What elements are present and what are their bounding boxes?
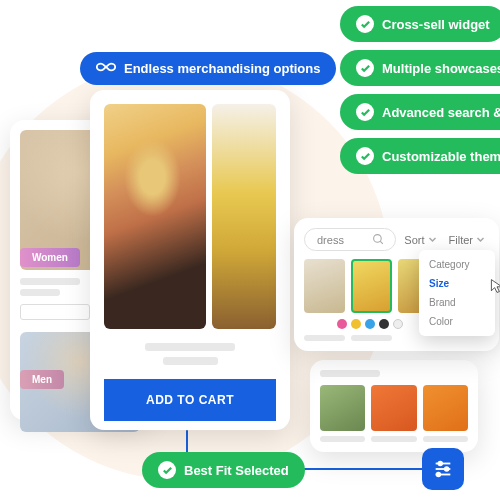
filter-panel: dress Sort Filter — [294, 218, 499, 351]
svg-point-2 — [438, 462, 442, 466]
category-tag-women[interactable]: Women — [20, 248, 80, 267]
check-icon — [356, 103, 374, 121]
filter-option-size[interactable]: Size — [419, 274, 495, 293]
check-icon — [158, 461, 176, 479]
skeleton-line — [423, 436, 468, 442]
sort-label: Sort — [404, 234, 424, 246]
best-fit-label: Best Fit Selected — [184, 463, 289, 478]
skeleton-line — [371, 436, 416, 442]
product-thumb[interactable] — [304, 259, 345, 313]
cross-sell-pill: Cross-sell widget — [340, 6, 500, 42]
settings-button[interactable] — [422, 448, 464, 490]
search-icon — [372, 233, 385, 246]
chevron-down-icon — [428, 235, 437, 244]
product-thumb-selected[interactable] — [351, 259, 392, 313]
cursor-icon — [489, 278, 500, 298]
swatch[interactable] — [393, 319, 403, 329]
skeleton-line — [163, 357, 218, 365]
search-query: dress — [317, 234, 344, 246]
product-thumb[interactable] — [371, 385, 416, 431]
swatch[interactable] — [337, 319, 347, 329]
product-image-alt — [212, 104, 276, 329]
svg-point-4 — [445, 467, 449, 471]
filter-dropdown: Category Size Brand Color — [419, 250, 495, 336]
filter-option-brand[interactable]: Brand — [419, 293, 495, 312]
skeleton-line — [145, 343, 235, 351]
product-image-main — [104, 104, 206, 329]
swatch[interactable] — [365, 319, 375, 329]
theme-label: Customizable theme options — [382, 149, 500, 164]
cross-sell-label: Cross-sell widget — [382, 17, 490, 32]
product-card-main: ADD TO CART — [90, 90, 290, 430]
skeleton-button — [20, 304, 90, 320]
infinity-icon — [96, 61, 116, 76]
chevron-down-icon — [476, 235, 485, 244]
swatch[interactable] — [379, 319, 389, 329]
theme-pill: Customizable theme options — [340, 138, 500, 174]
recommendation-grid — [310, 360, 478, 452]
skeleton-line — [304, 335, 345, 341]
search-input[interactable]: dress — [304, 228, 396, 251]
svg-point-6 — [437, 473, 441, 477]
skeleton-line — [20, 278, 80, 285]
svg-point-0 — [374, 235, 382, 243]
search-filter-label: Advanced search & filter — [382, 105, 500, 120]
product-thumb[interactable] — [423, 385, 468, 431]
merchandising-pill: Endless merchandising options — [80, 52, 336, 85]
check-icon — [356, 147, 374, 165]
search-filter-pill: Advanced search & filter — [340, 94, 500, 130]
check-icon — [356, 15, 374, 33]
sort-button[interactable]: Sort — [400, 234, 440, 246]
add-to-cart-button[interactable]: ADD TO CART — [104, 379, 276, 421]
filter-option-color[interactable]: Color — [419, 312, 495, 331]
skeleton-line — [320, 436, 365, 442]
filter-button[interactable]: Filter — [445, 234, 489, 246]
category-tag-men[interactable]: Men — [20, 370, 64, 389]
check-icon — [356, 59, 374, 77]
skeleton-line — [320, 370, 380, 377]
merchandising-label: Endless merchandising options — [124, 61, 320, 76]
showcases-pill: Multiple showcases — [340, 50, 500, 86]
showcases-label: Multiple showcases — [382, 61, 500, 76]
filter-label: Filter — [449, 234, 473, 246]
color-swatches — [326, 319, 414, 329]
skeleton-line — [351, 335, 392, 341]
product-thumb[interactable] — [320, 385, 365, 431]
filter-option-category[interactable]: Category — [419, 255, 495, 274]
skeleton-line — [20, 289, 60, 296]
best-fit-pill: Best Fit Selected — [142, 452, 305, 488]
sliders-icon — [432, 458, 454, 480]
swatch[interactable] — [351, 319, 361, 329]
